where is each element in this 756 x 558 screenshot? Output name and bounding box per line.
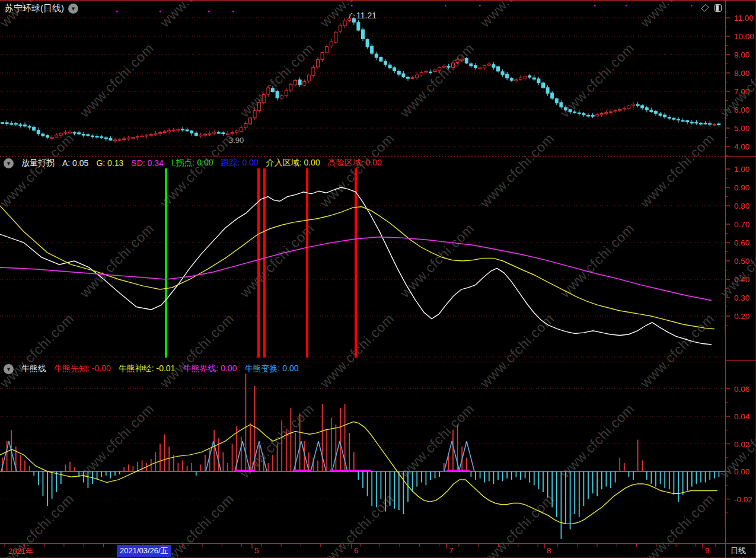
indicator-field: 牛熊变换: 0.00	[244, 364, 298, 374]
svg-text:0.02: 0.02	[734, 440, 749, 449]
svg-text:6.00: 6.00	[734, 106, 749, 114]
svg-text:0.80: 0.80	[734, 202, 749, 211]
svg-text:7: 7	[449, 546, 454, 555]
chevron-down-icon[interactable]: ▾	[68, 4, 78, 14]
svg-text:0.70: 0.70	[734, 220, 749, 229]
svg-text:4.00: 4.00	[734, 142, 749, 151]
stock-title: 苏宁环球(日线) ▾	[5, 3, 78, 14]
chart-canvas[interactable]: 11.0010.009.008.007.006.005.004.001.000.…	[0, 0, 756, 558]
indicator-field: SD: 0.34	[131, 158, 163, 168]
indicator1-name: 放量打拐	[21, 158, 55, 168]
indicator-field: A: 0.05	[62, 158, 88, 168]
svg-text:0.20: 0.20	[734, 312, 749, 321]
svg-text:0.04: 0.04	[734, 412, 750, 421]
indicator2-header: ▾ 牛熊线 牛熊先知: -0.00牛熊神经: -0.01牛熊界线: 0.00牛熊…	[4, 364, 298, 374]
indicator1-header: ▾ 放量打拐 A: 0.05G: 0.13SD: 0.34L拐点: 0.00跟踪…	[4, 158, 382, 168]
year-label: 2021年	[8, 546, 33, 557]
diamond-icon[interactable]	[701, 4, 709, 12]
split-view-icon[interactable]	[714, 4, 722, 12]
svg-text:0.30: 0.30	[734, 294, 749, 302]
svg-text:11.00: 11.00	[734, 14, 754, 23]
svg-text:7.00: 7.00	[734, 87, 749, 96]
svg-text:3.90: 3.90	[229, 136, 244, 145]
indicator-field: 牛熊神经: -0.01	[119, 364, 176, 374]
svg-text:9.00: 9.00	[734, 50, 749, 59]
svg-text:8: 8	[547, 546, 551, 555]
chevron-down-icon[interactable]: ▾	[4, 158, 14, 168]
indicator2-name: 牛熊线	[21, 364, 46, 374]
svg-text:10.00: 10.00	[734, 32, 754, 41]
svg-text:0.40: 0.40	[734, 275, 749, 284]
indicator-field: 介入区域: 0.00	[266, 158, 320, 168]
svg-text:8.00: 8.00	[734, 69, 749, 78]
period-label[interactable]: 日线	[731, 546, 746, 556]
svg-text:0.00: 0.00	[734, 467, 749, 476]
indicator-field: 高险区域: 0.00	[328, 158, 382, 168]
svg-text:0.90: 0.90	[734, 183, 749, 192]
indicator-field: G: 0.13	[96, 158, 123, 168]
indicator-field: 牛熊界线: 0.00	[183, 364, 237, 374]
indicator-field: L拐点: 0.00	[171, 158, 213, 168]
chart-window: www.cfchi.comwww.cfchi.comwww.cfchi.comw…	[0, 0, 756, 558]
chevron-down-icon[interactable]: ▾	[4, 364, 14, 374]
svg-text:5: 5	[254, 546, 259, 555]
svg-text:0.50: 0.50	[734, 257, 749, 266]
toolbar-icons	[703, 4, 722, 12]
svg-text:-0.02: -0.02	[734, 495, 752, 504]
svg-text:0.06: 0.06	[734, 385, 749, 394]
svg-text:6: 6	[354, 546, 359, 555]
svg-text:9: 9	[705, 546, 710, 555]
svg-text:5.00: 5.00	[734, 124, 749, 133]
indicator-field: 牛熊先知: -0.00	[54, 364, 111, 374]
svg-text:0.60: 0.60	[734, 238, 749, 247]
stock-title-label: 苏宁环球(日线)	[5, 3, 64, 14]
svg-text:11.21: 11.21	[356, 11, 377, 20]
selected-date[interactable]: 2021/03/26/五	[117, 545, 171, 557]
indicator-field: 跟踪: 0.00	[221, 158, 259, 168]
svg-text:1.00: 1.00	[734, 165, 749, 174]
